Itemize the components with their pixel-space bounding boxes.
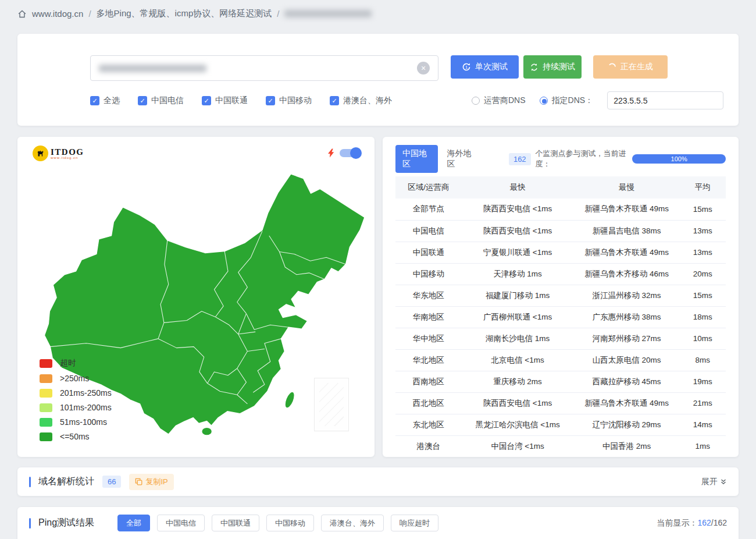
refresh-cycle-icon (530, 63, 539, 72)
logo-title: ITDOG (51, 148, 84, 156)
refresh-once-icon: 1 (462, 62, 471, 72)
cell-region: 中国电信 (395, 220, 462, 242)
host-input[interactable]: × (90, 55, 438, 81)
breadcrumb-redacted-domain (284, 10, 372, 17)
cell-slowest: 新疆乌鲁木齐联通 49ms (574, 392, 680, 414)
col-fastest: 最快 (462, 176, 574, 198)
monitor-count-badge: 162 (509, 153, 531, 165)
lightning-icon (328, 148, 334, 158)
table-row: 港澳台中国台湾 <1ms中国香港 2ms1ms (395, 435, 726, 457)
cell-average: 14ms (679, 414, 726, 435)
filter-row: ✓ 全选 ✓ 中国电信 ✓ 中国联通 ✓ 中国移动 ✓ 港澳台、海外 (90, 91, 723, 109)
toggle-switch[interactable] (340, 149, 361, 157)
svg-text:1: 1 (465, 65, 468, 70)
checkbox-china-unicom[interactable]: ✓ 中国联通 (202, 95, 248, 106)
monitor-result-panel: 中国地区 海外地区 162 个监测点参与测试，当前进度： 100% 区域/运营商… (383, 137, 739, 457)
cell-average: 21ms (679, 392, 726, 414)
cell-average: 20ms (679, 263, 726, 285)
cell-region: 华北地区 (395, 349, 462, 371)
cell-region: 港澳台 (395, 435, 462, 457)
cell-slowest: 新疆乌鲁木齐移动 46ms (574, 263, 680, 285)
cell-region: 西北地区 (395, 392, 462, 414)
legend-swatch-201-250 (40, 389, 52, 398)
cell-average: 18ms (679, 306, 726, 328)
breadcrumb-site[interactable]: www.itdog.cn (32, 9, 83, 19)
dns-stats-title: 域名解析统计 (38, 476, 94, 488)
double-chevron-down-icon (720, 478, 727, 485)
cell-fastest: 中国台湾 <1ms (462, 435, 574, 457)
tab-overseas-region[interactable]: 海外地区 (447, 148, 475, 169)
expand-label: 展开 (701, 477, 718, 487)
radio-specified-dns[interactable]: 指定DNS： (540, 95, 594, 106)
copy-ip-label: 复制IP (145, 477, 167, 487)
cell-slowest: 辽宁沈阳移动 29ms (574, 414, 680, 435)
cell-average: 1ms (679, 435, 726, 457)
table-row: 华北地区北京电信 <1ms山西太原电信 20ms8ms (395, 349, 726, 371)
expand-button[interactable]: 展开 (701, 477, 727, 487)
filter-mobile-button[interactable]: 中国移动 (266, 515, 314, 531)
filter-overseas-button[interactable]: 港澳台、海外 (321, 515, 384, 531)
filter-unicom-button[interactable]: 中国联通 (212, 515, 259, 531)
radio-carrier-dns[interactable]: 运营商DNS (472, 95, 526, 106)
checkbox-overseas[interactable]: ✓ 港澳台、海外 (330, 95, 392, 106)
filter-timeout-button[interactable]: 响应超时 (391, 515, 438, 531)
checkbox-china-mobile[interactable]: ✓ 中国移动 (266, 95, 312, 106)
cell-region: 华中地区 (395, 328, 462, 349)
copy-icon (135, 478, 142, 485)
home-icon[interactable] (17, 9, 27, 19)
legend-swatch-51-100 (40, 418, 52, 427)
copy-ip-button[interactable]: 复制IP (129, 474, 173, 490)
cell-fastest: 陕西西安电信 <1ms (462, 220, 574, 242)
map-panel: ITDOG www.itdog.cn (17, 137, 375, 457)
cell-average: 8ms (679, 349, 726, 371)
legend-item: 201ms-250ms (40, 388, 112, 398)
single-test-button[interactable]: 1 单次测试 (451, 55, 519, 79)
progress-label: 个监测点参与测试，当前进度： (536, 148, 629, 169)
filter-telecom-button[interactable]: 中国电信 (157, 515, 205, 531)
south-china-sea-inset (314, 378, 349, 431)
cell-average: 13ms (679, 242, 726, 263)
map-legend: 超时 >250ms 201ms-250ms 101ms-200ms 51ms-1… (40, 358, 112, 446)
dns-input[interactable] (607, 91, 723, 109)
clear-input-icon[interactable]: × (417, 62, 430, 75)
cell-slowest: 山西太原电信 20ms (574, 349, 680, 371)
section-accent-bar (29, 518, 31, 529)
filter-all-button[interactable]: 全部 (117, 515, 150, 531)
cell-average: 15ms (679, 198, 726, 220)
shown-count-total: /162 (711, 518, 727, 527)
cell-region: 华东地区 (395, 285, 462, 306)
radio-icon (472, 97, 480, 105)
cell-average: 19ms (679, 371, 726, 392)
dns-radio-group: 运营商DNS 指定DNS： (472, 95, 607, 106)
breadcrumb-page[interactable]: 多地Ping、常规版、icmp协议、网络延迟测试 (97, 8, 272, 19)
dns-count-badge: 66 (102, 476, 121, 488)
table-row: 华东地区福建厦门移动 1ms浙江温州移动 32ms15ms (395, 285, 726, 306)
continuous-test-button[interactable]: 持续测试 (523, 55, 582, 79)
cell-region: 全部节点 (395, 198, 462, 220)
cell-fastest: 陕西西安电信 <1ms (462, 198, 574, 220)
legend-label: >250ms (60, 374, 89, 383)
check-icon: ✓ (266, 96, 275, 105)
breadcrumb: www.itdog.cn / 多地Ping、常规版、icmp协议、网络延迟测试 … (17, 8, 372, 19)
tab-china-region[interactable]: 中国地区 (395, 145, 438, 173)
radio-label: 运营商DNS (484, 95, 526, 106)
cell-slowest: 浙江温州移动 32ms (574, 285, 680, 306)
checkbox-select-all[interactable]: ✓ 全选 (90, 95, 120, 106)
hainan-island (202, 427, 212, 435)
table-row: 华南地区广西柳州联通 <1ms广东惠州移动 38ms18ms (395, 306, 726, 328)
cell-region: 中国移动 (395, 263, 462, 285)
cell-region: 中国联通 (395, 242, 462, 263)
check-icon: ✓ (138, 96, 147, 105)
shown-count: 当前显示：162/162 (657, 518, 727, 529)
cell-region: 华南地区 (395, 306, 462, 328)
cell-slowest: 中国香港 2ms (574, 435, 680, 457)
checkbox-china-telecom[interactable]: ✓ 中国电信 (138, 95, 184, 106)
cell-slowest: 西藏拉萨移动 45ms (574, 371, 680, 392)
cell-fastest: 广西柳州联通 <1ms (462, 306, 574, 328)
logo-dog-icon (33, 146, 48, 161)
cell-fastest: 天津移动 1ms (462, 263, 574, 285)
map-mode-toggle[interactable] (328, 148, 361, 158)
host-input-redacted-value (99, 65, 206, 72)
cell-slowest: 广东惠州移动 38ms (574, 306, 680, 328)
col-region: 区域/运营商 (395, 176, 462, 198)
